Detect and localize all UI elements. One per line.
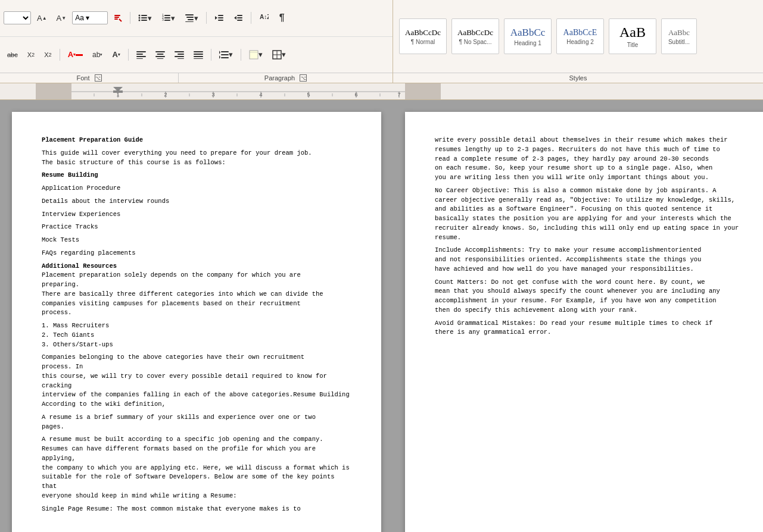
svg-rect-81: [113, 90, 123, 93]
sep4: [60, 49, 60, 61]
sep7: [241, 49, 241, 61]
doc-line: Additional Resources: [42, 262, 351, 271]
style-h2-label: Heading 2: [566, 39, 594, 45]
doc-line: suitable for the role of Software Develo…: [42, 472, 351, 492]
doc-line: According to the wiki definition,: [42, 400, 351, 409]
doc-line: basically states the position you are ap…: [435, 214, 745, 224]
increase-indent-button[interactable]: [230, 11, 247, 25]
style-nospace-label: ¶ No Spac...: [459, 39, 492, 45]
doc-line: have achieved and how well do you have m…: [435, 265, 745, 274]
multilevel-list-button[interactable]: ▾: [181, 11, 202, 25]
doc-line: The basic structure of this course is as…: [42, 158, 351, 168]
svg-rect-7: [141, 17, 147, 18]
sep5: [128, 49, 129, 61]
page-right: write every possible detail about themse…: [405, 112, 763, 532]
style-no-space[interactable]: AaBbCcDc ¶ No Spac...: [451, 18, 499, 54]
borders-button[interactable]: ▾: [269, 48, 289, 62]
align-center-button[interactable]: [152, 48, 169, 62]
sep1: [130, 12, 130, 24]
svg-text:A↕Z: A↕Z: [260, 14, 269, 20]
svg-rect-31: [136, 56, 146, 57]
doc-line: There are basically three different cate…: [42, 290, 351, 299]
strikethrough-button[interactable]: abc: [4, 48, 21, 62]
paragraph-expand-icon[interactable]: ⌥: [300, 74, 307, 82]
doc-line: 2. Tech Giants: [42, 331, 351, 340]
bullets-button[interactable]: ▾: [135, 11, 155, 25]
font-size-down-button[interactable]: A▼: [53, 11, 70, 25]
font-size-control[interactable]: 10.5 ▾: [4, 11, 31, 24]
style-normal-sample: AaBbCcDc: [405, 28, 441, 37]
svg-text:3.: 3.: [162, 18, 164, 21]
justify-button[interactable]: [190, 48, 207, 62]
doc-line: Resumes can have different formats based…: [42, 445, 351, 464]
decrease-indent-button[interactable]: [211, 11, 228, 25]
style-heading1[interactable]: AaBbCc Heading 1: [504, 18, 552, 54]
doc-line: and abilities as a Software Engineer". F…: [435, 205, 745, 214]
style-normal[interactable]: AaBbCcDc ¶ Normal: [399, 18, 447, 54]
svg-rect-5: [141, 15, 147, 16]
doc-line: on each resume. So, keep your resume sho…: [435, 164, 745, 173]
change-case-dropdown[interactable]: Aa ▾: [72, 11, 108, 24]
ruler-marks: 1 2 3 4 5 6 7: [36, 83, 727, 99]
align-left-button[interactable]: [133, 48, 150, 62]
font-size-input[interactable]: 10.5: [4, 14, 21, 22]
doc-line: Avoid Grammatical Mistakes: Do read your…: [435, 319, 745, 328]
doc-line: 3. Others/Start-ups: [42, 340, 351, 350]
svg-rect-35: [155, 56, 165, 57]
svg-rect-22: [218, 17, 223, 18]
svg-rect-29: [136, 51, 146, 52]
doc-line: you are writing less then you will write…: [435, 173, 745, 183]
doc-line: resumes lengthy up to 2-3 pages. Recruit…: [435, 145, 745, 155]
svg-rect-39: [175, 56, 184, 57]
line-spacing-button[interactable]: ▾: [216, 48, 236, 62]
numbering-button[interactable]: 1.2.3.▾: [158, 11, 179, 25]
doc-line: Details about the interview rounds: [42, 197, 351, 206]
font-label: Font ⌥: [0, 73, 179, 83]
svg-rect-19: [185, 21, 194, 22]
ruler-svg: 1 2 3 4 5 6 7: [36, 83, 441, 100]
svg-marker-49: [219, 55, 220, 59]
clear-formatting-button[interactable]: [110, 11, 126, 25]
doc-line: Include Accomplishments: Try to make you…: [435, 246, 745, 255]
doc-line: Companies belonging to the above categor…: [42, 353, 351, 362]
align-right-button[interactable]: [171, 48, 188, 62]
doc-line: accomplishment in your resume. For Examp…: [435, 296, 745, 306]
font-color-button[interactable]: A▾: [64, 48, 86, 62]
doc-line: resume.: [435, 233, 745, 243]
shading-button[interactable]: ▾: [245, 48, 266, 62]
font-size-dropdown[interactable]: ▾: [21, 14, 30, 22]
toolbar-format-row: abc X2 X2 A▾ ab▾ A▾ ▾: [0, 37, 393, 73]
doc-line: Placement Preparation Guide: [42, 136, 351, 145]
doc-line: and not responsibilities oriented. Accom…: [435, 255, 745, 265]
font-expand-icon[interactable]: ⌥: [95, 74, 102, 82]
style-subtitle[interactable]: AaBbc Subtitl...: [661, 18, 697, 54]
doc-line: A resume must be built according to a sp…: [42, 435, 351, 445]
doc-line: process. In: [42, 362, 351, 372]
doc-line: process.: [42, 308, 351, 318]
svg-rect-0: [114, 15, 120, 16]
doc-line: the company to which you are applying et…: [42, 464, 351, 473]
font-size-up-button[interactable]: A▲: [33, 11, 51, 25]
ruler: 1 2 3 4 5 6 7: [0, 83, 763, 100]
svg-point-4: [139, 15, 141, 17]
highlight-button[interactable]: ab▾: [89, 48, 106, 62]
text-color-button[interactable]: A▾: [108, 48, 123, 62]
sort-button[interactable]: A↕Z: [256, 11, 272, 25]
svg-point-8: [139, 20, 141, 21]
svg-rect-40: [177, 58, 184, 59]
svg-rect-18: [188, 19, 194, 20]
svg-rect-43: [194, 56, 203, 57]
svg-rect-42: [194, 54, 203, 55]
doc-line: No Career Objective: This is also a comm…: [435, 186, 745, 196]
paragraph-label: Paragraph ⌥: [179, 73, 393, 83]
style-title[interactable]: AaB Title: [609, 18, 656, 54]
superscript-button[interactable]: X2: [41, 48, 55, 62]
subscript-button[interactable]: X2: [24, 48, 38, 62]
show-formatting-button[interactable]: ¶: [275, 11, 289, 25]
doc-line: then do specify this achievement along w…: [435, 306, 745, 315]
doc-line: Single Page Resume: The most common mist…: [42, 505, 351, 514]
svg-line-3: [119, 19, 122, 21]
svg-rect-21: [218, 15, 223, 16]
style-heading2[interactable]: AaBbCcE Heading 2: [556, 18, 604, 54]
svg-rect-30: [136, 54, 143, 55]
